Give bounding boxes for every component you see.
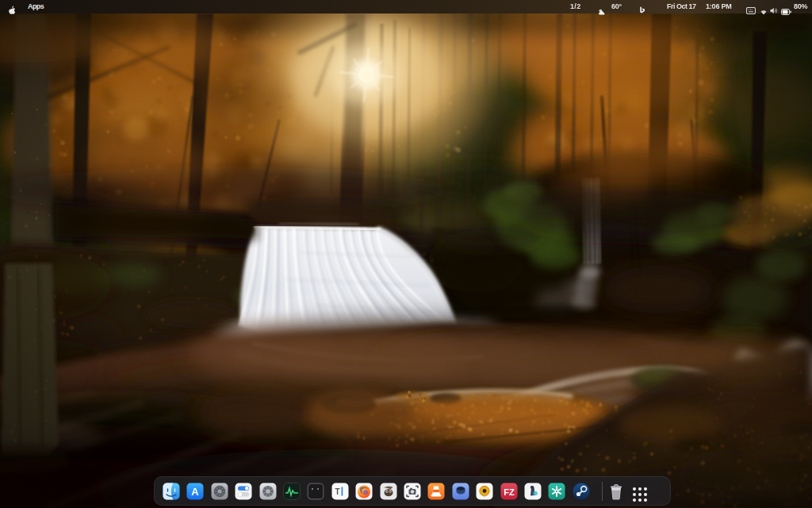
svg-text:FZ: FZ [504, 487, 515, 496]
svg-text:T: T [335, 487, 339, 496]
svg-text:A: A [192, 486, 200, 498]
